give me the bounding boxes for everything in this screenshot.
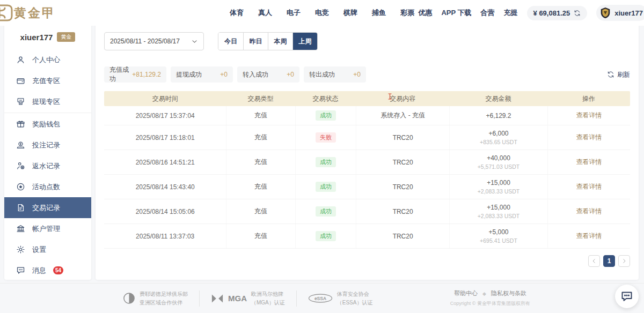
sidebar-item-withdraw[interactable]: 提现专区 (4, 91, 91, 112)
nav-item-5[interactable]: 棋牌 (343, 8, 357, 18)
withdraw-icon (16, 97, 25, 106)
view-details-link[interactable]: 查看详情 (576, 232, 602, 241)
certification-mga: MGA欧洲马尔他牌（MGA）认证 (200, 290, 296, 307)
quick-link-3[interactable]: 合营 (481, 8, 495, 18)
user-icon (16, 55, 25, 64)
sidebar-item-label: 消息 (32, 266, 46, 275)
prev-page-button[interactable] (588, 255, 600, 267)
nav-item-7[interactable]: 彩票 (400, 8, 414, 18)
sidebar-item-user[interactable]: 个人中心 (4, 49, 91, 70)
status-badge: 成功 (316, 110, 336, 121)
refresh-icon (607, 71, 614, 78)
sidebar-item-label: 充值专区 (32, 76, 60, 86)
cert-text-line: 费耶诺德足球俱乐部 (140, 290, 188, 299)
view-details-link[interactable]: 查看详情 (576, 133, 602, 142)
footer-right: 帮助中心◆隐私权与条款 Copyright © 黄金甲体育集团版权所有 (450, 289, 530, 307)
view-details-link[interactable]: 查看详情 (576, 207, 602, 216)
user-menu[interactable]: xiuer177 (596, 5, 644, 21)
nav-item-4[interactable]: 电竞 (315, 8, 329, 18)
amount-main: +6,129.2 (486, 112, 511, 120)
refresh-balance-icon[interactable] (574, 10, 581, 17)
view-details-link[interactable]: 查看详情 (576, 111, 602, 120)
brand-logo[interactable]: 黄金甲 (0, 4, 56, 22)
current-page-button[interactable]: 1 (603, 255, 615, 267)
sidebar-item-transaction[interactable]: 交易记录 (4, 197, 91, 218)
cell-time: 2025/08/11 13:37:03 (104, 224, 226, 248)
footer-links: 帮助中心◆隐私权与条款 (450, 289, 530, 297)
footer-link-1[interactable]: 帮助中心 (454, 289, 478, 297)
footer: 费耶诺德足球俱乐部亚洲区域合作伙伴MGA欧洲马尔他牌（MGA）认证eSSA体育安… (0, 283, 644, 313)
header-username: xiuer177 (614, 9, 643, 17)
tab-period-4[interactable]: 上周 (292, 33, 317, 50)
bet-record-icon (16, 140, 25, 150)
sidebar-item-bet-record[interactable]: 投注记录 (4, 135, 91, 155)
refresh-label: 刷新 (617, 70, 630, 79)
sidebar-item-label: 活动点数 (32, 182, 60, 192)
sidebar-item-message[interactable]: 消息54 (4, 260, 91, 281)
tab-period-2[interactable]: 昨日 (243, 33, 268, 50)
sidebar-item-rebate[interactable]: 返水记录 (4, 155, 91, 176)
sidebar-item-bank[interactable]: 帐户管理 (4, 218, 91, 239)
amount-usdt: +695.41 USDT (480, 237, 517, 244)
cell-amount: +6,000+835.65 USDT (449, 125, 547, 150)
copyright: Copyright © 黄金甲体育集团版权所有 (450, 300, 530, 307)
summary-chip-4: 转出成功+0 (304, 66, 366, 83)
cell-content: TRC20 (356, 224, 449, 248)
nav-item-6[interactable]: 捕鱼 (372, 8, 386, 18)
certification-feyenoord: 费耶诺德足球俱乐部亚洲区域合作伙伴 (112, 290, 199, 307)
tab-period-3[interactable]: 本周 (268, 33, 292, 50)
sidebar-user-row: xiuer177 黄金 (4, 28, 91, 46)
cell-type: 充值 (226, 175, 295, 199)
cell-status: 成功 (295, 224, 356, 248)
view-details-link[interactable]: 查看详情 (576, 182, 602, 191)
cell-content: TRC20 (356, 199, 449, 223)
sidebar-item-points[interactable]: 活动点数 (4, 176, 91, 197)
view-details-link[interactable]: 查看详情 (576, 158, 602, 167)
sidebar-item-gear[interactable]: 设置 (4, 239, 91, 260)
balance-value: ¥ 69,081.25 (533, 9, 570, 17)
date-range-select[interactable]: 2025/08/11 - 2025/08/17 (104, 32, 204, 50)
sidebar-item-gift[interactable]: 奖励钱包 (4, 114, 91, 135)
cert-text: 欧洲马尔他牌（MGA）认证 (251, 290, 285, 307)
transaction-icon (16, 203, 25, 212)
cell-amount: +5,000+695.41 USDT (449, 224, 547, 248)
tab-period-1[interactable]: 今日 (218, 33, 243, 50)
cert-brand-text: MGA (228, 294, 247, 303)
header-right: 优惠APP 下载合营充提 ¥ 69,081.25 xiuer177 (418, 0, 644, 26)
quick-link-4[interactable]: 充提 (504, 8, 518, 18)
table-header-row: 交易时间交易类型交易状态交易内容交易金额操作 (104, 91, 630, 106)
summary-chip-value: +0 (353, 71, 361, 78)
quick-link-1[interactable]: 优惠 (418, 8, 432, 18)
nav-item-1[interactable]: 体育 (230, 8, 244, 18)
chevron-down-icon (191, 38, 198, 45)
cert-text: 费耶诺德足球俱乐部亚洲区域合作伙伴 (140, 290, 188, 307)
cell-time: 2025/08/14 15:05:06 (104, 199, 226, 223)
amount-usdt: +2,083.33 USDT (478, 188, 520, 195)
filter-controls: 2025/08/11 - 2025/08/17 今日昨日本周上周 (104, 32, 630, 50)
summary-chip-label: 转出成功 (309, 70, 335, 79)
cell-status: 成功 (295, 175, 356, 199)
quick-link-2[interactable]: APP 下载 (441, 8, 471, 18)
column-header-2: 交易类型 (226, 94, 295, 103)
refresh-button[interactable]: 刷新 (607, 70, 630, 79)
sidebar-item-wallet[interactable]: 充值专区 (4, 70, 91, 91)
cell-content: TRC20 (356, 175, 449, 199)
balance-pill[interactable]: ¥ 69,081.25 (527, 6, 588, 20)
cert-text: 体育安全协会（ESSA）认证 (337, 290, 373, 307)
sidebar-item-label: 交易记录 (32, 203, 60, 213)
amount-usdt: +2,083.33 USDT (478, 213, 520, 219)
rebate-icon (16, 161, 25, 170)
table-row: 2025/08/16 14:51:21充值成功TRC20+40,000+5,57… (104, 150, 630, 175)
message-icon (16, 266, 25, 275)
brand-name: 黄金甲 (14, 5, 56, 21)
cell-action: 查看详情 (547, 106, 630, 125)
chat-bubble-icon (620, 290, 633, 303)
table-body: 2025/08/17 15:37:04充值成功系统存入 - 充值+6,129.2… (104, 106, 630, 249)
chat-fab-button[interactable] (615, 285, 639, 308)
cert-text-line: 体育安全协会 (337, 290, 373, 299)
nav-item-3[interactable]: 电子 (287, 8, 301, 18)
page: 黄金甲 体育真人电子电竞棋牌捕鱼彩票 优惠APP 下载合营充提 ¥ 69,081… (0, 0, 644, 313)
footer-link-2[interactable]: 隐私权与条款 (491, 289, 526, 297)
nav-item-2[interactable]: 真人 (258, 8, 272, 18)
next-page-button[interactable] (618, 255, 630, 267)
